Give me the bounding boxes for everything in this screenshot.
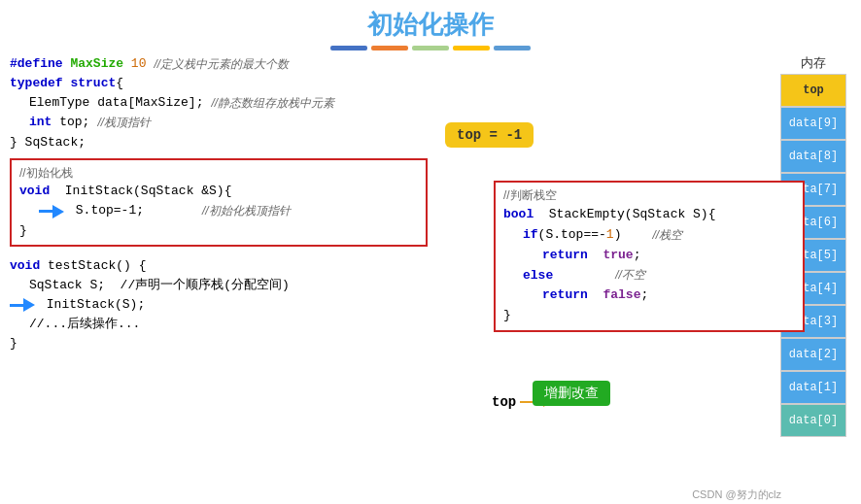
arrow-line xyxy=(39,210,52,213)
arrow-indicator-2 xyxy=(10,298,35,312)
mem-cell-0: data[0] xyxy=(780,404,846,437)
left-code-block: #define MaxSize 10 //定义栈中元素的最大个数 typedef… xyxy=(10,54,428,437)
main-layout: #define MaxSize 10 //定义栈中元素的最大个数 typedef… xyxy=(0,54,861,437)
code-empty-comment: //判断栈空 xyxy=(503,186,795,205)
mem-cell-top: top xyxy=(780,74,846,107)
mem-cell-9: data[9] xyxy=(780,107,846,140)
code-typedef: typedef struct{ xyxy=(10,74,428,93)
code-define: #define MaxSize 10 //定义栈中元素的最大个数 xyxy=(10,54,428,74)
arrow-right-icon-2 xyxy=(23,298,35,312)
code-empty-if: if(S.top==-1) //栈空 xyxy=(503,225,795,246)
title-area: 初始化操作 xyxy=(0,0,861,50)
memory-title: 内存 xyxy=(775,54,851,72)
mem-cell-8: data[8] xyxy=(780,140,846,173)
init-stack-box: //初始化栈 void InitStack(SqStack &S){ S.top… xyxy=(10,158,428,247)
page-title: 初始化操作 xyxy=(0,8,861,42)
code-empty-return2: return false; xyxy=(503,286,795,306)
top-label: top xyxy=(492,394,516,410)
code-test-void: void testStack() { xyxy=(10,256,428,276)
top-badge: top = -1 xyxy=(445,122,534,148)
watermark: CSDN @努力的clz xyxy=(692,487,781,502)
bar-3 xyxy=(412,46,449,50)
code-comment-ops: //...后续操作... xyxy=(10,315,428,334)
bar-5 xyxy=(494,46,531,50)
bottom-left-code: void testStack() { SqStack S; //声明一个顺序栈(… xyxy=(10,256,428,354)
code-initstack-call: InitStack(S); xyxy=(10,295,428,315)
arrow-indicator xyxy=(39,205,64,218)
code-sqstack: } SqStack; xyxy=(10,133,428,152)
code-empty-bool: bool StackEmpty(SqStack S){ xyxy=(503,205,795,225)
color-bar xyxy=(0,46,861,50)
middle-right-area: top = -1 //判断栈空 bool StackEmpty(SqStack … xyxy=(435,54,768,437)
code-init-close: } xyxy=(19,221,418,241)
stack-empty-box: //判断栈空 bool StackEmpty(SqStack S){ if(S.… xyxy=(494,181,805,332)
code-empty-else: else //不空 xyxy=(503,266,795,286)
code-empty-close: } xyxy=(503,306,795,326)
code-init-comment: //初始化栈 xyxy=(19,164,418,183)
code-elemtype: ElemType data[MaxSize]; //静态数组存放栈中元素 xyxy=(10,93,428,113)
arrow-line-2 xyxy=(10,304,23,307)
mem-cell-1: data[1] xyxy=(780,371,846,404)
action-button[interactable]: 增删改查 xyxy=(533,381,610,406)
arrow-right-icon xyxy=(52,205,64,218)
bar-1 xyxy=(330,46,367,50)
code-close-brace: } xyxy=(10,334,428,353)
code-init-arrow: S.top=-1; //初始化栈顶指针 xyxy=(19,201,418,220)
code-empty-return1: return true; xyxy=(503,246,795,266)
bar-4 xyxy=(453,46,490,50)
code-sqstack-decl: SqStack S; //声明一个顺序栈(分配空间) xyxy=(10,276,428,295)
bar-2 xyxy=(371,46,408,50)
code-inttop: int top; //栈顶指针 xyxy=(10,113,428,132)
code-init-void: void InitStack(SqStack &S){ xyxy=(19,182,418,201)
mem-cell-2: data[2] xyxy=(780,338,846,371)
